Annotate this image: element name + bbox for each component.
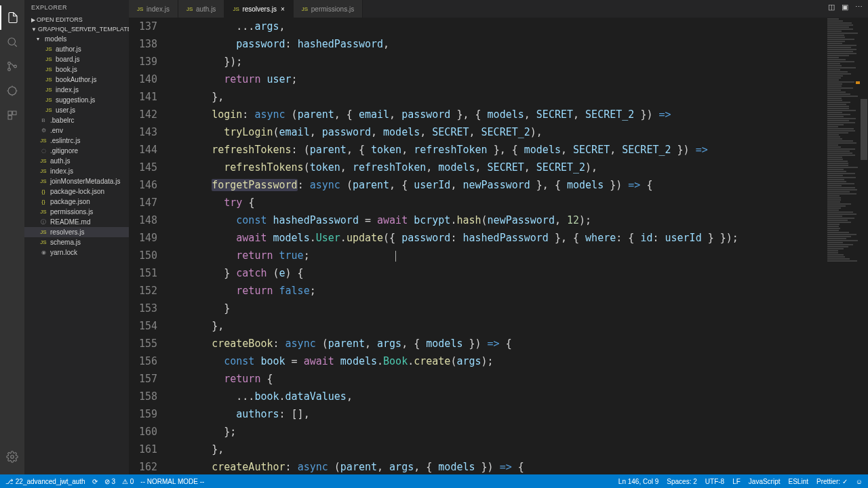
file-icon: JS — [39, 239, 47, 247]
file-icon: JS — [39, 157, 47, 165]
code-line[interactable]: login: async (parent, { email, password … — [175, 106, 826, 123]
file-item[interactable]: B.babelrc — [24, 115, 129, 125]
minimap[interactable] — [826, 18, 860, 473]
tab[interactable]: JSindex.js — [129, 0, 178, 18]
code-line[interactable]: const hashedPassword = await bcrypt.hash… — [175, 211, 826, 229]
project-section[interactable]: ▼GRAPHQL_SERVER_TEMPLATE — [24, 24, 129, 34]
status-spaces[interactable]: Spaces: 2 — [667, 478, 696, 485]
file-item[interactable]: JSauthor.js — [24, 44, 129, 54]
file-item[interactable]: ◉yarn.lock — [24, 247, 129, 258]
js-file-icon: JS — [45, 76, 53, 84]
file-icon: JS — [39, 178, 47, 186]
debug-icon[interactable] — [0, 79, 24, 103]
file-item[interactable]: JSschema.js — [24, 237, 129, 247]
status-vim-mode: -- NORMAL MODE -- — [140, 478, 204, 485]
file-icon: ⚙ — [39, 127, 47, 135]
svg-point-3 — [14, 65, 17, 68]
status-sync[interactable]: ⟳ — [92, 478, 98, 485]
status-bar: ⎇ 22_advanced_jwt_auth ⟳ ⊘ 3 ⚠ 0 -- NORM… — [0, 474, 868, 488]
tab[interactable]: JSresolvers.js× — [224, 0, 293, 18]
close-icon[interactable]: × — [281, 5, 285, 13]
file-item[interactable]: ⓘREADME.md — [24, 217, 129, 227]
file-item[interactable]: {}package-lock.json — [24, 186, 129, 197]
tab[interactable]: JSauth.js — [178, 0, 224, 18]
code-line[interactable]: }); — [175, 53, 826, 70]
extensions-icon[interactable] — [0, 103, 24, 127]
file-item[interactable]: ⚙.env — [24, 125, 129, 136]
js-file-icon: JS — [45, 45, 53, 54]
status-lang[interactable]: JavaScript — [749, 478, 781, 485]
scrollbar-thumb[interactable] — [861, 99, 867, 160]
status-feedback[interactable]: ☺ — [856, 478, 863, 485]
file-item[interactable]: JSbook.js — [24, 64, 129, 75]
status-encoding[interactable]: UTF-8 — [705, 478, 724, 485]
code-line[interactable]: } catch (e) { — [175, 264, 826, 282]
code-area[interactable]: ...args, password: hashedPassword, }); r… — [175, 18, 826, 473]
file-item[interactable]: JSsuggestion.js — [24, 95, 129, 105]
code-line[interactable]: password: hashedPassword, — [175, 35, 826, 53]
code-line[interactable]: await models.User.update({ password: has… — [175, 229, 826, 247]
search-icon[interactable] — [0, 30, 24, 54]
code-line[interactable]: createAuthor: async (parent, args, { mod… — [175, 458, 826, 473]
svg-rect-7 — [8, 116, 12, 119]
settings-icon[interactable] — [0, 445, 24, 469]
code-line[interactable]: refreshTokens: (parent, { token, refresh… — [175, 141, 826, 159]
tab[interactable]: JSpermissions.js — [294, 0, 363, 18]
file-item[interactable]: JSboard.js — [24, 54, 129, 64]
status-errors[interactable]: ⊘ 3 — [104, 478, 115, 485]
code-line[interactable]: try { — [175, 194, 826, 211]
code-line[interactable]: }, — [175, 441, 826, 458]
file-item[interactable]: JSindex.js — [24, 85, 129, 95]
code-line[interactable]: ...book.dataValues, — [175, 388, 826, 405]
scrollbar-vertical[interactable] — [860, 18, 868, 473]
js-file-icon: JS — [45, 106, 53, 115]
source-control-icon[interactable] — [0, 54, 24, 79]
file-item[interactable]: JSauth.js — [24, 156, 129, 166]
code-line[interactable]: const book = await models.Book.create(ar… — [175, 352, 826, 370]
status-lncol[interactable]: Ln 146, Col 9 — [618, 478, 659, 485]
file-item[interactable]: JSpermissions.js — [24, 207, 129, 217]
code-line[interactable]: return false; — [175, 282, 826, 300]
js-file-icon: JS — [186, 6, 193, 12]
file-item[interactable]: JSresolvers.js — [24, 227, 129, 237]
explorer-icon[interactable] — [0, 5, 24, 30]
code-line[interactable]: tryLogin(email, password, models, SECRET… — [175, 123, 826, 141]
overview-marker — [856, 81, 860, 84]
code-line[interactable]: return user; — [175, 70, 826, 88]
code-line[interactable]: }, — [175, 88, 826, 106]
code-line[interactable]: }; — [175, 423, 826, 441]
status-prettier[interactable]: Prettier: ✓ — [816, 478, 848, 485]
status-warnings[interactable]: ⚠ 0 — [122, 478, 134, 485]
status-eslint[interactable]: ESLint — [789, 478, 808, 485]
file-icon: ⓘ — [39, 218, 47, 226]
svg-point-1 — [8, 62, 11, 65]
code-line[interactable]: } — [175, 300, 826, 317]
code-line[interactable]: authors: [], — [175, 405, 826, 423]
code-line[interactable]: ...args, — [175, 18, 826, 35]
status-branch[interactable]: ⎇ 22_advanced_jwt_auth — [5, 478, 85, 485]
file-item[interactable]: JSjoinMonsterMetadata.js — [24, 176, 129, 186]
file-item[interactable]: ◌.gitignore — [24, 146, 129, 156]
code-line[interactable]: }, — [175, 317, 826, 335]
sidebar: EXPLORER ▶OPEN EDITORS ▼GRAPHQL_SERVER_T… — [24, 0, 129, 474]
editor[interactable]: 1371381391401411421431441451461471481491… — [129, 18, 826, 473]
file-item[interactable]: JSindex.js — [24, 166, 129, 176]
folder-models[interactable]: ▾models — [24, 34, 129, 44]
svg-rect-6 — [13, 111, 16, 115]
more-actions-icon[interactable]: ⋯ — [855, 3, 863, 12]
open-editors-section[interactable]: ▶OPEN EDITORS — [24, 15, 129, 24]
file-item[interactable]: JS.eslintrc.js — [24, 136, 129, 146]
file-item[interactable]: JSbookAuthor.js — [24, 75, 129, 85]
status-eol[interactable]: LF — [732, 478, 741, 485]
title-actions: ◫ ▣ ⋯ — [828, 3, 863, 12]
code-line[interactable]: refreshTokens(token, refreshToken, model… — [175, 159, 826, 176]
split-editor-icon[interactable]: ◫ — [828, 3, 835, 12]
code-line[interactable]: return true; — [175, 247, 826, 264]
code-line[interactable]: return { — [175, 370, 826, 388]
file-icon: JS — [39, 208, 47, 216]
toggle-layout-icon[interactable]: ▣ — [842, 3, 848, 12]
code-line[interactable]: forgetPassword: async (parent, { userId,… — [175, 176, 826, 194]
file-item[interactable]: {}package.json — [24, 197, 129, 207]
code-line[interactable]: createBook: async (parent, args, { model… — [175, 335, 826, 352]
file-item[interactable]: JSuser.js — [24, 105, 129, 115]
